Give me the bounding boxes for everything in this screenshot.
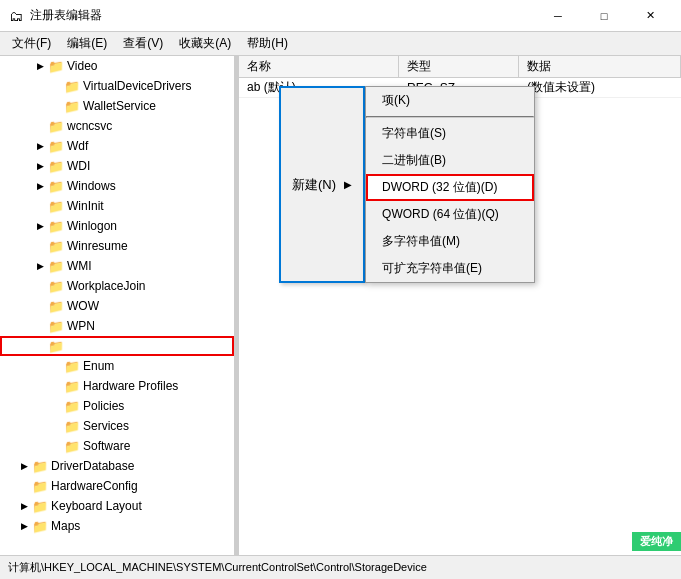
menu-item[interactable]: 文件(F): [4, 33, 59, 54]
submenu-item[interactable]: 二进制值(B): [366, 147, 534, 174]
expand-spacer: [32, 318, 48, 334]
maximize-button[interactable]: □: [581, 0, 627, 32]
menu-item[interactable]: 收藏夹(A): [171, 33, 239, 54]
tree-item-label: WinInit: [67, 199, 104, 213]
tree-item-label: WDI: [67, 159, 90, 173]
tree-item[interactable]: 📁StorageDevicePolicies: [0, 336, 234, 356]
expand-icon[interactable]: ▶: [32, 258, 48, 274]
submenu-item[interactable]: 字符串值(S): [366, 120, 534, 147]
expand-spacer: [32, 298, 48, 314]
tree-item-label: Enum: [83, 359, 114, 373]
folder-icon: 📁: [64, 378, 80, 394]
tree-item[interactable]: 📁Policies: [0, 396, 234, 416]
expand-spacer: [48, 78, 64, 94]
tree-item[interactable]: ▶📁DriverDatabase: [0, 456, 234, 476]
folder-icon: 📁: [64, 418, 80, 434]
status-text: 计算机\HKEY_LOCAL_MACHINE\SYSTEM\CurrentCon…: [8, 560, 427, 575]
folder-icon: 📁: [32, 458, 48, 474]
tree-item-label: Services: [83, 419, 129, 433]
tree-item[interactable]: ▶📁WDI: [0, 156, 234, 176]
submenu-item[interactable]: DWORD (32 位值)(D): [366, 174, 534, 201]
expand-icon[interactable]: ▶: [16, 518, 32, 534]
col-header-name: 名称: [239, 56, 399, 77]
menu-item[interactable]: 编辑(E): [59, 33, 115, 54]
expand-icon[interactable]: ▶: [16, 458, 32, 474]
tree-item-label: Software: [83, 439, 130, 453]
folder-icon: 📁: [48, 278, 64, 294]
expand-icon[interactable]: ▶: [32, 58, 48, 74]
folder-icon: 📁: [48, 238, 64, 254]
folder-icon: 📁: [48, 218, 64, 234]
expand-spacer: [32, 238, 48, 254]
close-button[interactable]: ✕: [627, 0, 673, 32]
menu-item[interactable]: 帮助(H): [239, 33, 296, 54]
window-title: 注册表编辑器: [30, 7, 535, 24]
tree-item-label: Video: [67, 59, 97, 73]
expand-icon[interactable]: ▶: [32, 138, 48, 154]
folder-icon: 📁: [48, 58, 64, 74]
new-label: 新建(N): [292, 176, 336, 194]
tree-item[interactable]: 📁WalletService: [0, 96, 234, 116]
tree-item[interactable]: 📁HardwareConfig: [0, 476, 234, 496]
tree-item[interactable]: 📁Winresume: [0, 236, 234, 256]
folder-icon: 📁: [32, 498, 48, 514]
expand-spacer: [48, 358, 64, 374]
tree-item[interactable]: 📁Enum: [0, 356, 234, 376]
tree-item[interactable]: ▶📁WMI: [0, 256, 234, 276]
tree-item[interactable]: 📁Services: [0, 416, 234, 436]
tree-item-label: WMI: [67, 259, 92, 273]
tree-item[interactable]: 📁Hardware Profiles: [0, 376, 234, 396]
col-header-type: 类型: [399, 56, 519, 77]
tree-item[interactable]: 📁WPN: [0, 316, 234, 336]
expand-spacer: [48, 398, 64, 414]
context-menu-area: 新建(N) ▶ 项(K)字符串值(S)二进制值(B)DWORD (32 位值)(…: [279, 86, 535, 283]
folder-icon: 📁: [48, 318, 64, 334]
expand-spacer: [32, 338, 48, 354]
expand-icon[interactable]: ▶: [32, 158, 48, 174]
submenu-item[interactable]: 多字符串值(M): [366, 228, 534, 255]
tree-item[interactable]: ▶📁Windows: [0, 176, 234, 196]
tree-item[interactable]: ▶📁Maps: [0, 516, 234, 536]
expand-spacer: [48, 438, 64, 454]
tree-item[interactable]: ▶📁Video: [0, 56, 234, 76]
tree-item[interactable]: 📁wcncsvc: [0, 116, 234, 136]
app-icon: 🗂: [8, 8, 24, 24]
tree-item-label: Maps: [51, 519, 80, 533]
expand-icon[interactable]: ▶: [32, 218, 48, 234]
tree-item[interactable]: ▶📁Wdf: [0, 136, 234, 156]
submenu-item[interactable]: QWORD (64 位值)(Q): [366, 201, 534, 228]
window-controls: ─ □ ✕: [535, 0, 673, 32]
menu-item[interactable]: 查看(V): [115, 33, 171, 54]
minimize-button[interactable]: ─: [535, 0, 581, 32]
tree-item-label: DriverDatabase: [51, 459, 134, 473]
tree-item[interactable]: 📁WOW: [0, 296, 234, 316]
new-submenu-trigger[interactable]: 新建(N) ▶: [279, 86, 365, 283]
tree-item[interactable]: 📁WorkplaceJoin: [0, 276, 234, 296]
folder-icon: 📁: [64, 78, 80, 94]
submenu-item[interactable]: 可扩充字符串值(E): [366, 255, 534, 282]
folder-icon: 📁: [32, 518, 48, 534]
expand-icon[interactable]: ▶: [32, 178, 48, 194]
folder-icon: 📁: [48, 158, 64, 174]
tree-item-label: WorkplaceJoin: [67, 279, 145, 293]
tree-item-label: StorageDevicePolicies: [67, 339, 187, 353]
tree-item-label: HardwareConfig: [51, 479, 138, 493]
tree-item[interactable]: 📁WinInit: [0, 196, 234, 216]
folder-icon: 📁: [48, 258, 64, 274]
watermark: 爱纯净: [632, 532, 681, 551]
table-header: 名称 类型 数据: [239, 56, 681, 78]
registry-tree: ▶📁Video📁VirtualDeviceDrivers📁WalletServi…: [0, 56, 235, 555]
menu-bar: 文件(F)编辑(E)查看(V)收藏夹(A)帮助(H): [0, 32, 681, 56]
submenu-arrow-icon: ▶: [344, 179, 352, 190]
tree-item-label: Windows: [67, 179, 116, 193]
tree-item[interactable]: ▶📁Winlogon: [0, 216, 234, 236]
folder-icon: 📁: [48, 298, 64, 314]
tree-item[interactable]: ▶📁Keyboard Layout: [0, 496, 234, 516]
tree-item[interactable]: 📁Software: [0, 436, 234, 456]
expand-spacer: [16, 478, 32, 494]
expand-icon[interactable]: ▶: [16, 498, 32, 514]
tree-item[interactable]: 📁VirtualDeviceDrivers: [0, 76, 234, 96]
title-bar: 🗂 注册表编辑器 ─ □ ✕: [0, 0, 681, 32]
tree-item-label: Winlogon: [67, 219, 117, 233]
submenu-item[interactable]: 项(K): [366, 87, 534, 114]
